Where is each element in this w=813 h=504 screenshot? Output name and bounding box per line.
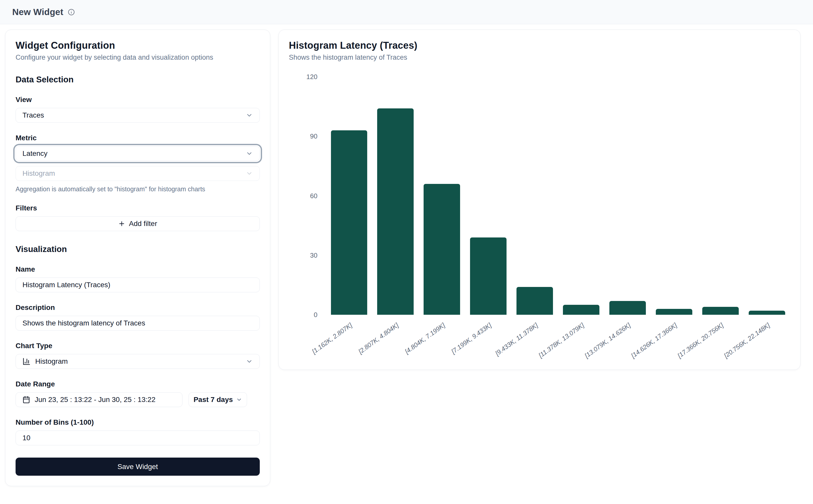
bar-slot	[419, 77, 465, 315]
preview-card-title: Histogram Latency (Traces)	[289, 40, 790, 51]
page-header: New Widget	[0, 0, 813, 24]
x-axis-tick: [14.626K, 17.366K]	[630, 321, 678, 359]
plot-area	[326, 77, 790, 315]
histogram-bar	[424, 184, 460, 315]
x-axis: [1.162K, 2.807K][2.807K, 4.804K][4.804K,…	[326, 315, 790, 359]
x-axis-tick: [20.756K, 22.148K]	[723, 321, 771, 359]
aggregation-note: Aggregation is automatically set to "his…	[16, 185, 260, 193]
x-axis-tick: [2.807K, 4.804K]	[357, 321, 400, 355]
name-input[interactable]: Histogram Latency (Traces)	[16, 278, 260, 292]
x-axis-tick: [4.804K, 7.199K]	[403, 321, 446, 355]
config-card-subtitle: Configure your widget by selecting data …	[16, 54, 260, 61]
save-widget-label: Save Widget	[117, 463, 158, 471]
plus-icon	[118, 220, 125, 227]
description-input-value: Shows the histogram latency of Traces	[22, 319, 253, 327]
x-axis-tick: [13.079K, 14.626K]	[583, 321, 632, 359]
chart-type-select[interactable]: Histogram	[16, 354, 260, 369]
calendar-icon	[22, 396, 30, 404]
bar-slot	[651, 77, 697, 315]
save-widget-button[interactable]: Save Widget	[16, 458, 260, 476]
chart-body: 0306090120	[289, 77, 790, 315]
histogram-chart: 0306090120 [1.162K, 2.807K][2.807K, 4.80…	[289, 77, 790, 359]
name-label: Name	[16, 265, 260, 273]
page-title: New Widget	[12, 7, 63, 17]
preview-card-subtitle: Shows the histogram latency of Traces	[289, 54, 790, 61]
bar-slot	[744, 77, 790, 315]
histogram-bar	[563, 305, 600, 315]
config-card-title: Widget Configuration	[16, 40, 260, 51]
date-range-value: Jun 23, 25 : 13:22 - Jun 30, 25 : 13:22	[35, 396, 155, 404]
y-axis-tick: 0	[314, 311, 317, 319]
bar-slot	[326, 77, 372, 315]
histogram-bar	[656, 309, 692, 315]
chart-type-label: Chart Type	[16, 342, 260, 350]
date-preset-button[interactable]: Past 7 days	[188, 392, 247, 407]
add-filter-label: Add filter	[129, 220, 157, 228]
filters-label: Filters	[16, 204, 260, 212]
bar-chart-icon	[22, 357, 31, 366]
histogram-bar	[702, 307, 739, 315]
metric-select[interactable]: Latency	[16, 146, 260, 161]
bar-slot	[465, 77, 512, 315]
aggregation-select-value: Histogram	[22, 169, 246, 178]
metric-select-value: Latency	[22, 149, 246, 158]
info-icon	[68, 9, 75, 16]
aggregation-select: Histogram	[16, 166, 260, 181]
x-axis-tick: [1.162K, 2.807K]	[310, 321, 353, 355]
histogram-bar	[749, 311, 785, 315]
chevron-down-icon	[246, 150, 253, 157]
add-filter-button[interactable]: Add filter	[16, 216, 260, 231]
chevron-down-icon	[246, 170, 253, 177]
x-axis-tick: [7.199K, 9.433K]	[450, 321, 493, 355]
date-preset-value: Past 7 days	[193, 396, 233, 404]
histogram-bar	[377, 108, 414, 315]
chevron-down-icon	[246, 112, 253, 119]
view-label: View	[16, 96, 260, 104]
description-input[interactable]: Shows the histogram latency of Traces	[16, 316, 260, 331]
y-axis-tick: 90	[310, 132, 317, 140]
y-axis-tick: 60	[310, 192, 317, 200]
x-axis-tick: [17.366K, 20.756K]	[676, 321, 725, 359]
date-range-label: Date Range	[16, 380, 260, 388]
histogram-bar	[470, 237, 507, 315]
view-select-value: Traces	[22, 111, 246, 119]
date-range-row: Jun 23, 25 : 13:22 - Jun 30, 25 : 13:22 …	[16, 392, 260, 407]
chevron-down-icon	[246, 358, 253, 365]
histogram-bar	[331, 130, 367, 315]
name-input-value: Histogram Latency (Traces)	[22, 281, 253, 289]
data-selection-heading: Data Selection	[16, 75, 260, 84]
x-axis-tick: [11.378K, 13.079K]	[538, 321, 586, 359]
bar-slot	[512, 77, 558, 315]
bar-slot	[697, 77, 744, 315]
bar-slot	[372, 77, 419, 315]
widget-configuration-card: Widget Configuration Configure your widg…	[5, 30, 270, 486]
bar-slot	[558, 77, 605, 315]
main-content: Widget Configuration Configure your widg…	[0, 24, 813, 492]
bins-label: Number of Bins (1-100)	[16, 418, 260, 426]
chevron-down-icon	[236, 397, 242, 403]
widget-preview-card: Histogram Latency (Traces) Shows the his…	[278, 30, 801, 370]
bins-input-value: 10	[22, 434, 253, 442]
description-label: Description	[16, 304, 260, 312]
chart-type-value: Histogram	[35, 357, 246, 366]
y-axis-tick: 120	[306, 73, 317, 81]
bins-input[interactable]: 10	[16, 431, 260, 445]
y-axis: 0306090120	[289, 77, 317, 315]
date-range-button[interactable]: Jun 23, 25 : 13:22 - Jun 30, 25 : 13:22	[16, 392, 182, 407]
visualization-heading: Visualization	[16, 244, 260, 254]
view-select[interactable]: Traces	[16, 108, 260, 123]
histogram-bar	[517, 287, 553, 315]
bar-slot	[604, 77, 651, 315]
x-axis-tick: [9.433K, 11.378K]	[494, 321, 539, 357]
histogram-bar	[609, 301, 646, 315]
y-axis-tick: 30	[310, 251, 317, 259]
metric-label: Metric	[16, 134, 260, 142]
